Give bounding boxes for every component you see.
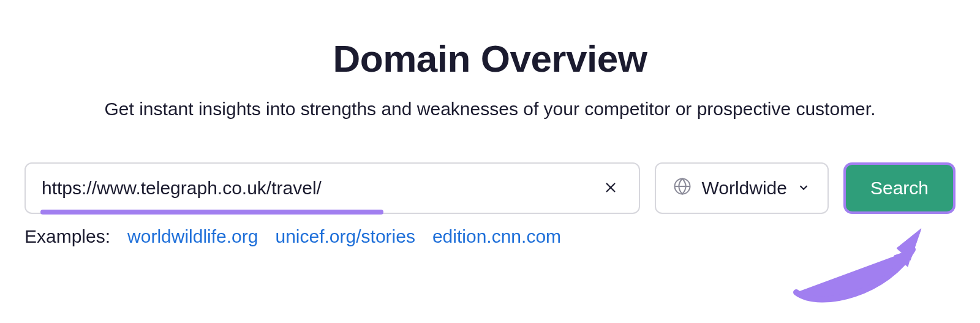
search-row: Worldwide Search [24, 162, 956, 214]
close-icon [603, 180, 618, 197]
globe-icon [673, 177, 692, 200]
page-title: Domain Overview [24, 37, 956, 80]
examples-label: Examples: [24, 226, 110, 247]
page-subtitle: Get instant insights into strengths and … [24, 99, 956, 120]
locale-label: Worldwide [701, 178, 787, 199]
example-link-1[interactable]: unicef.org/stories [275, 226, 415, 247]
clear-input-button[interactable] [598, 175, 623, 202]
domain-overview-panel: Domain Overview Get instant insights int… [24, 37, 956, 247]
domain-input-wrapper [24, 162, 640, 214]
annotation-underline [40, 210, 383, 215]
example-link-0[interactable]: worldwildlife.org [127, 226, 258, 247]
search-button[interactable]: Search [843, 162, 956, 214]
locale-select[interactable]: Worldwide [655, 162, 829, 214]
domain-input[interactable] [42, 178, 598, 199]
example-link-2[interactable]: edition.cnn.com [432, 226, 561, 247]
examples-row: Examples: worldwildlife.org unicef.org/s… [24, 226, 956, 247]
chevron-down-icon [797, 178, 810, 199]
